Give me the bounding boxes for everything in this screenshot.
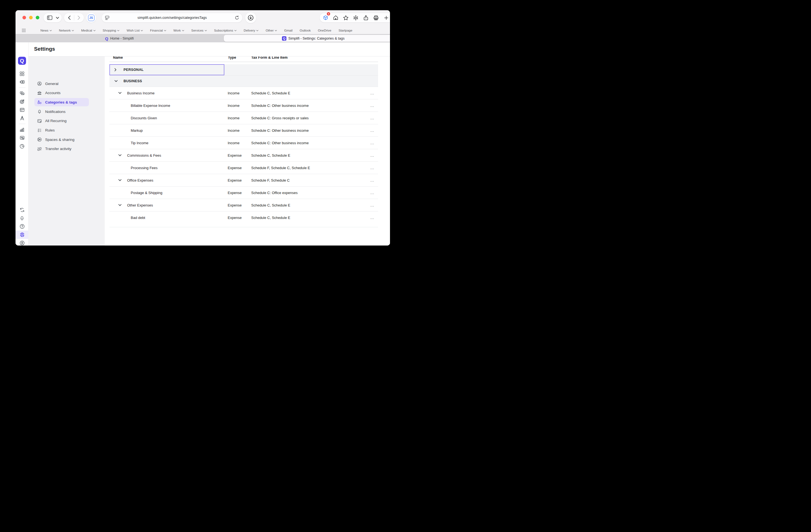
- help-icon[interactable]: [16, 222, 29, 231]
- back-button[interactable]: [64, 13, 74, 22]
- page-format-icon[interactable]: [105, 16, 109, 20]
- js-extension-button[interactable]: JS: [86, 13, 96, 23]
- row-chevron-down-icon[interactable]: [118, 92, 122, 94]
- bookmark-gmail[interactable]: Gmail: [284, 29, 292, 32]
- url-text[interactable]: simplifi.quicken.com/settings/categories…: [137, 16, 206, 20]
- forward-button[interactable]: [74, 13, 83, 22]
- minimize-window-button[interactable]: [29, 16, 33, 19]
- share-icon[interactable]: [362, 13, 370, 22]
- home-icon[interactable]: [332, 13, 340, 22]
- table-row-bad-debt[interactable]: Bad debtExpenseSchedule C, Schedule E...: [109, 211, 378, 224]
- extension-cube-icon[interactable]: ♥: [321, 13, 330, 22]
- bookmark-shopping[interactable]: Shopping: [103, 29, 120, 32]
- recurring-icon: [37, 119, 42, 123]
- bookmark-subscriptions[interactable]: Subscriptions: [214, 29, 236, 32]
- sync-icon[interactable]: [16, 206, 29, 214]
- table-row-processing-fees[interactable]: Processing FeesExpenseSchedule F, Schedu…: [109, 161, 378, 174]
- row-actions-ellipsis[interactable]: ...: [367, 128, 378, 132]
- reload-icon[interactable]: [235, 16, 239, 20]
- sidebar-toggle-icon[interactable]: [45, 13, 54, 22]
- bookmark-label: Wish List: [126, 29, 140, 32]
- sidebar-item-all-recurring[interactable]: All Recurring: [34, 117, 89, 125]
- bookmark-financial[interactable]: Financial: [150, 29, 166, 32]
- row-actions-ellipsis[interactable]: ...: [367, 191, 378, 195]
- folder-chevron-icon: [49, 30, 52, 31]
- row-actions-ellipsis[interactable]: ...: [367, 203, 378, 207]
- row-actions-ellipsis[interactable]: ...: [367, 178, 378, 183]
- bookmark-label: Financial: [150, 29, 163, 32]
- sidebar-item-transfer-activity[interactable]: Transfer activity: [34, 145, 89, 153]
- bookmark-delivery[interactable]: Delivery: [244, 29, 259, 32]
- table-row-personal[interactable]: PERSONAL: [109, 64, 378, 75]
- bookmark-onedrive[interactable]: OneDrive: [318, 29, 332, 32]
- downloads-button[interactable]: [245, 12, 256, 23]
- sidebar-item-general[interactable]: General: [34, 79, 89, 88]
- column-header-tax-form: Tax Form & Line Item: [251, 57, 288, 60]
- search-transactions-icon[interactable]: [16, 134, 29, 142]
- pie-chart-icon[interactable]: [16, 142, 29, 150]
- new-tab-icon[interactable]: [382, 13, 390, 22]
- row-actions-ellipsis[interactable]: ...: [367, 91, 378, 95]
- category-name: Office Expenses: [127, 178, 153, 183]
- bookmark-news[interactable]: News: [41, 29, 52, 32]
- tab-simplifi-settings[interactable]: Q Simplifi - Settings: Categories & tags: [224, 35, 390, 42]
- print-icon[interactable]: [372, 13, 380, 22]
- dashboard-grid-icon[interactable]: [16, 69, 29, 78]
- table-row-other-expenses[interactable]: Other ExpensesExpenseSchedule C, Schedul…: [109, 199, 378, 211]
- row-chevron-down-icon[interactable]: [114, 80, 118, 82]
- row-actions-ellipsis[interactable]: ...: [367, 104, 378, 108]
- favorites-grid-icon[interactable]: [20, 26, 27, 35]
- row-chevron-down-icon[interactable]: [118, 179, 122, 181]
- bookmark-medical[interactable]: Medical: [81, 29, 95, 32]
- row-chevron-down-icon[interactable]: [118, 154, 122, 156]
- sidebar-item-rules[interactable]: Rules: [34, 126, 89, 135]
- simplifi-logo[interactable]: Q: [18, 57, 26, 65]
- row-actions-ellipsis[interactable]: ...: [367, 153, 378, 157]
- bookmark-other[interactable]: Other: [266, 29, 277, 32]
- sidebar-item-notifications[interactable]: Notifications: [34, 107, 89, 116]
- account-icon[interactable]: [16, 239, 29, 246]
- tab-home-simplifi[interactable]: Q Home - Simplifi: [16, 34, 223, 43]
- rail-divider: [19, 88, 26, 88]
- table-row-billable-expense-income[interactable]: Billable Expense IncomeIncomeSchedule C:…: [109, 99, 378, 112]
- sidebar-item-spaces-sharing[interactable]: Spaces & sharing: [34, 135, 89, 144]
- sidebar-item-categories-tags[interactable]: Categories & tags: [34, 98, 89, 106]
- row-actions-ellipsis[interactable]: ...: [367, 141, 378, 145]
- star-icon[interactable]: [341, 13, 350, 22]
- bookmark-startpage[interactable]: Startpage: [338, 29, 352, 32]
- bookmark-work[interactable]: Work: [173, 29, 184, 32]
- bookmark-wish-list[interactable]: Wish List: [126, 29, 143, 32]
- address-bar[interactable]: simplifi.quicken.com/settings/categories…: [102, 13, 242, 22]
- table-row-business[interactable]: BUSINESS: [109, 75, 378, 87]
- gear-icon[interactable]: [352, 13, 360, 22]
- settings-gear-icon[interactable]: [16, 231, 29, 239]
- category-tax-form: Schedule C: Other business income: [251, 128, 367, 132]
- sidebar-menu-chevron-icon[interactable]: [54, 13, 60, 22]
- transactions-icon[interactable]: [16, 89, 29, 97]
- row-actions-ellipsis[interactable]: ...: [367, 216, 378, 220]
- table-row-tip-income[interactable]: Tip IncomeIncomeSchedule C: Other busine…: [109, 137, 378, 149]
- category-tax-form: Schedule C: Office expenses: [251, 191, 367, 195]
- table-row-discounts-given[interactable]: Discounts GivenIncomeSchedule C: Gross r…: [109, 112, 378, 124]
- row-actions-ellipsis[interactable]: ...: [367, 166, 378, 170]
- table-row-markup[interactable]: MarkupIncomeSchedule C: Other business i…: [109, 124, 378, 137]
- close-window-button[interactable]: [22, 16, 26, 19]
- sidebar-item-accounts[interactable]: Accounts: [34, 89, 89, 97]
- reports-icon[interactable]: [16, 125, 29, 134]
- bookmark-outlook[interactable]: Outlook: [300, 29, 311, 32]
- zoom-window-button[interactable]: [36, 16, 39, 19]
- row-chevron-down-icon[interactable]: [118, 204, 122, 206]
- bookmark-network[interactable]: Network: [59, 29, 74, 32]
- table-row-postage-shipping[interactable]: Postage & ShippingExpenseSchedule C: Off…: [109, 186, 378, 199]
- spending-plan-icon[interactable]: [16, 106, 29, 114]
- bell-icon[interactable]: [16, 214, 29, 222]
- table-row-office-expenses[interactable]: Office ExpensesExpenseSchedule F, Schedu…: [109, 174, 378, 186]
- row-actions-ellipsis[interactable]: ...: [367, 116, 378, 120]
- planning-compass-icon[interactable]: [16, 114, 29, 122]
- table-row-business-income[interactable]: Business IncomeIncomeSchedule C, Schedul…: [109, 87, 378, 99]
- goals-target-icon[interactable]: [16, 97, 29, 106]
- table-row-commissions-fees[interactable]: Commissions & FeesExpenseSchedule C, Sch…: [109, 149, 378, 161]
- bookmark-services[interactable]: Services: [192, 29, 207, 32]
- settings-main: Name Type Tax Form & Line Item PERSONALB…: [105, 57, 390, 246]
- cashflow-icon[interactable]: [16, 78, 29, 86]
